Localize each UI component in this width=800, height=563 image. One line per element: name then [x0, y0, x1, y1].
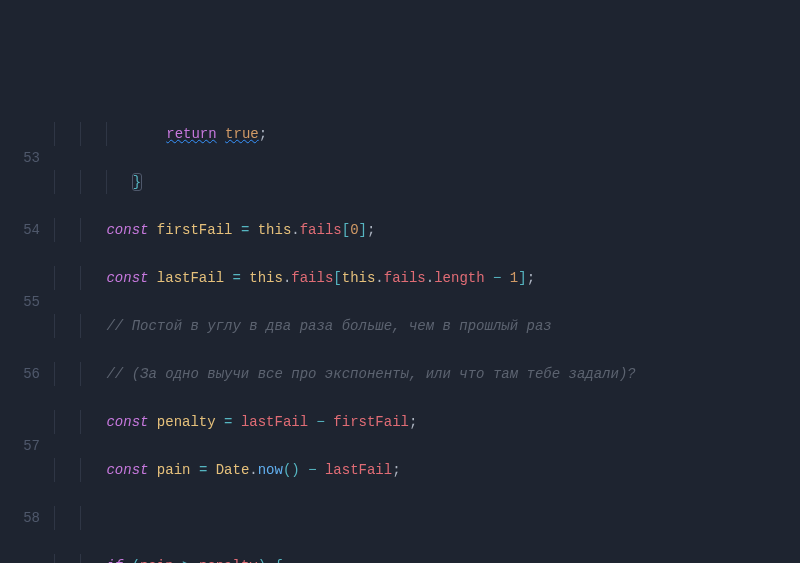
code-area[interactable]: return true; } const firstFail = this.fa… — [54, 96, 800, 563]
prop-length: length — [434, 270, 484, 286]
var-firstFail: firstFail — [157, 222, 233, 238]
code-line[interactable]: if (pain > penalty) { — [54, 554, 800, 563]
code-line[interactable]: const pain = Date.now() − lastFail; — [54, 458, 800, 482]
line-number: 53 — [0, 146, 40, 170]
var-lastFail: lastFail — [157, 270, 224, 286]
semicolon: ; — [259, 126, 267, 142]
class-Date: Date — [216, 462, 250, 478]
comment: // Постой в углу в два раза больше, чем … — [106, 318, 551, 334]
method-now: now — [258, 462, 283, 478]
code-line[interactable] — [54, 506, 800, 530]
var-penalty: penalty — [157, 414, 216, 430]
line-number: 55 — [0, 290, 40, 314]
line-number: 54 — [0, 218, 40, 242]
keyword-const: const — [106, 222, 148, 238]
line-number: 56 — [0, 362, 40, 386]
code-line[interactable]: // Постой в углу в два раза больше, чем … — [54, 314, 800, 338]
number-zero: 0 — [350, 222, 358, 238]
code-line[interactable]: const lastFail = this.fails[this.fails.l… — [54, 266, 800, 290]
keyword-return: return — [166, 126, 216, 142]
code-line[interactable]: const firstFail = this.fails[0]; — [54, 218, 800, 242]
line-number-gutter: 53 54 55 56 57 58 59 60 61 62 63 64 65 6… — [0, 96, 54, 563]
op-eq: = — [241, 222, 249, 238]
code-line[interactable]: } — [54, 170, 800, 194]
code-line[interactable]: return true; — [54, 122, 800, 146]
code-editor[interactable]: 53 54 55 56 57 58 59 60 61 62 63 64 65 6… — [0, 96, 800, 563]
boolean-true: true — [225, 126, 259, 142]
keyword-this: this — [258, 222, 292, 238]
brace-close: } — [133, 174, 141, 190]
keyword-if: if — [106, 558, 123, 563]
code-line[interactable]: const penalty = lastFail − firstFail; — [54, 410, 800, 434]
comment: // (За одно выучи все про экспоненты, ил… — [106, 366, 635, 382]
prop-fails: fails — [300, 222, 342, 238]
var-pain: pain — [157, 462, 191, 478]
line-number: 57 — [0, 434, 40, 458]
line-number: 58 — [0, 506, 40, 530]
code-line[interactable]: // (За одно выучи все про экспоненты, ил… — [54, 362, 800, 386]
brace-open: { — [275, 558, 283, 563]
